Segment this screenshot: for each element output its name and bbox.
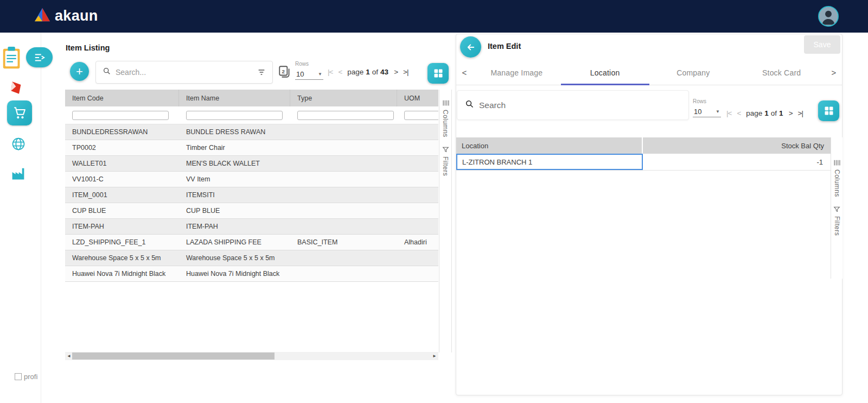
horizontal-scrollbar[interactable]: ◄ ► <box>65 352 438 360</box>
table-row[interactable]: WALLET01 MEN'S BLACK WALLET <box>65 156 438 172</box>
prev-page-button[interactable]: < <box>737 109 741 117</box>
cell-item-name: BUNDLE DRESS RAWAN <box>179 128 290 136</box>
first-page-button[interactable]: |< <box>726 109 731 117</box>
save-button[interactable]: Save <box>804 35 840 54</box>
filter-input-type[interactable] <box>297 111 394 120</box>
table-row[interactable]: ITEM-PAH ITEM-PAH <box>65 219 438 235</box>
columns-icon[interactable] <box>833 159 840 166</box>
filter-input-uom[interactable] <box>404 111 438 120</box>
grid-icon <box>824 105 834 116</box>
cell-location-selected[interactable]: L-ZITRON BRANCH 1 <box>456 154 643 170</box>
cell-item-name: VV Item <box>179 175 290 183</box>
cell-stock-bal-qty: -1 <box>643 154 831 170</box>
module-clipboard-icon[interactable] <box>0 46 25 73</box>
cell-item-code: WALLET01 <box>65 160 179 167</box>
plus-icon: + <box>76 65 83 79</box>
item-table-body: BUNDLEDRESSRAWAN BUNDLE DRESS RAWAN TP00… <box>65 124 438 282</box>
column-header-type[interactable]: Type <box>290 90 397 106</box>
filter-input-item-code[interactable] <box>72 111 169 120</box>
cell-item-code: Huawei Nova 7i Midnight Black <box>65 270 179 278</box>
filters-tool-label[interactable]: Filters <box>833 216 841 236</box>
pages-icon[interactable]: 2 <box>278 65 292 81</box>
columns-tool-label[interactable]: Columns <box>833 169 841 197</box>
rows-value: 10 <box>694 108 701 116</box>
tab-location[interactable]: Location <box>561 60 649 85</box>
grid-view-button[interactable] <box>427 63 449 84</box>
item-search-box[interactable] <box>95 61 273 84</box>
cell-item-name: Warehouse Space 5 x 5 x 5m <box>179 254 290 262</box>
location-search-box[interactable] <box>457 90 689 120</box>
tab-manage-image[interactable]: Manage Image <box>473 60 561 85</box>
location-table-row[interactable]: L-ZITRON BRANCH 1 -1 <box>456 154 831 171</box>
columns-icon[interactable] <box>442 99 449 106</box>
columns-tool-label[interactable]: Columns <box>442 110 449 137</box>
cell-item-code: ITEM_0001 <box>65 191 179 199</box>
item-listing-title: Item Listing <box>66 43 110 52</box>
cell-item-code: VV1001-C <box>65 175 179 183</box>
tab-company[interactable]: Company <box>649 60 738 85</box>
tab-stock-card[interactable]: Stock Card <box>737 60 826 85</box>
rows-per-page-select[interactable]: Rows 10 ▼ <box>295 61 323 80</box>
location-table: Location Stock Bal Qty L-ZITRON BRANCH 1… <box>456 137 831 171</box>
akaun-logo[interactable]: akaun <box>34 7 98 24</box>
table-row[interactable]: VV1001-C VV Item <box>65 172 438 187</box>
last-page-button[interactable]: >| <box>403 68 408 76</box>
tabs-scroll-right[interactable]: > <box>826 60 842 85</box>
table-row[interactable]: Huawei Nova 7i Midnight Black Huawei Nov… <box>65 266 438 282</box>
table-row[interactable]: Warehouse Space 5 x 5 x 5m Warehouse Spa… <box>65 250 438 266</box>
scroll-left-arrow[interactable]: ◄ <box>65 354 73 358</box>
search-icon <box>103 67 111 78</box>
cell-item-name: Huawei Nova 7i Midnight Black <box>179 270 290 278</box>
scrollbar-thumb[interactable] <box>72 352 275 360</box>
page-word: page <box>746 109 762 117</box>
filters-icon[interactable] <box>442 146 449 153</box>
table-row[interactable]: ITEM_0001 ITEMSITI <box>65 187 438 203</box>
rows-label: Rows <box>295 61 323 67</box>
factory-icon[interactable] <box>10 166 26 184</box>
filter-input-item-name[interactable] <box>186 111 283 120</box>
filter-icon[interactable] <box>257 68 266 77</box>
of-word: of <box>372 68 378 76</box>
cell-item-name: CUP BLUE <box>179 207 290 215</box>
sidebar-expand-button[interactable] <box>26 47 53 67</box>
table-row[interactable]: TP0002 Timber Chair <box>65 140 438 156</box>
table-row[interactable]: LZD_SHIPPING_FEE_1 LAZADA SHIPPING FEE B… <box>65 235 438 250</box>
item-edit-pagination: |< < page 1 of 1 > >| <box>726 109 803 117</box>
next-page-button[interactable]: > <box>394 68 398 76</box>
grid-icon <box>433 68 444 79</box>
prev-page-button[interactable]: < <box>338 68 342 76</box>
location-search-input[interactable] <box>479 100 681 110</box>
cell-item-name: LAZADA SHIPPING FEE <box>179 238 290 246</box>
tabs-scroll-left[interactable]: < <box>456 60 473 85</box>
last-page-button[interactable]: >| <box>798 109 803 117</box>
filters-tool-label[interactable]: Filters <box>442 156 449 176</box>
rows-per-page-select[interactable]: Rows 10 ▼ <box>693 98 721 117</box>
table-row[interactable]: BUNDLEDRESSRAWAN BUNDLE DRESS RAWAN <box>65 124 438 140</box>
back-button[interactable] <box>460 36 481 58</box>
filters-icon[interactable] <box>833 206 840 213</box>
item-search-input[interactable] <box>116 68 253 77</box>
column-header-location[interactable]: Location <box>456 137 643 154</box>
add-item-button[interactable]: + <box>70 62 89 81</box>
next-page-button[interactable]: > <box>789 109 793 117</box>
cell-item-code: LZD_SHIPPING_FEE_1 <box>65 238 179 246</box>
column-header-uom[interactable]: UOM <box>397 90 438 106</box>
caret-down-icon: ▼ <box>716 109 720 114</box>
pos-cart-button[interactable] <box>7 100 32 125</box>
current-page: 1 <box>366 68 370 76</box>
first-page-button[interactable]: |< <box>328 68 333 76</box>
column-header-item-code[interactable]: Item Code <box>65 90 179 106</box>
table-row[interactable]: CUP BLUE CUP BLUE <box>65 203 438 219</box>
column-header-stock-bal-qty[interactable]: Stock Bal Qty <box>643 137 831 154</box>
column-header-item-name[interactable]: Item Name <box>179 90 290 106</box>
grid-view-button[interactable] <box>818 100 839 121</box>
total-pages: 1 <box>779 109 783 117</box>
user-avatar[interactable] <box>818 6 839 27</box>
topbar: akaun <box>0 0 868 33</box>
globe-icon[interactable] <box>11 136 26 154</box>
red-app-icon[interactable] <box>9 80 24 97</box>
profile-checkbox[interactable] <box>15 373 22 380</box>
cell-type: BASIC_ITEM <box>290 238 397 246</box>
scroll-right-arrow[interactable]: ► <box>431 354 438 358</box>
item-edit-panel: Item Edit Save < Manage Image Location C… <box>456 34 843 395</box>
